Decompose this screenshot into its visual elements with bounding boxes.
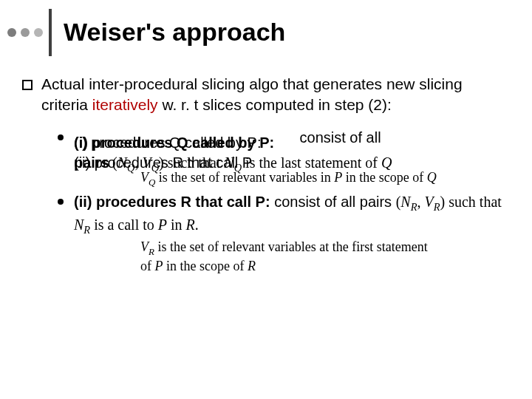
text-fragment: , [417, 194, 425, 210]
decorative-dots [7, 28, 43, 37]
sub-list: (i) procedures Q called by P: (i) proced… [58, 128, 510, 275]
math-var: R [186, 216, 195, 233]
math-var: V [140, 239, 149, 254]
text-fragment: is the set of relevant variables at the … [154, 239, 428, 254]
text-fragment: consist of all [296, 129, 381, 146]
text-fragment: of [140, 259, 155, 273]
math-sub: R [149, 246, 154, 257]
text-fragment: . [195, 216, 199, 233]
square-bullet-icon [22, 80, 33, 90]
top-bullet: Actual inter-procedural slicing algo tha… [22, 74, 510, 116]
math-sub: Q [151, 162, 159, 174]
math-var: V [142, 154, 151, 171]
sub1-line1: (i) procedures Q called by P: (i) proced… [74, 128, 510, 148]
math-var: N [400, 194, 410, 210]
text-fragment: in the scope of [163, 259, 248, 273]
text-fragment: ) such that [440, 194, 502, 210]
page-title: Weiser's approach [64, 18, 285, 46]
text-fragment: in [167, 216, 186, 233]
text-fragment: ( [112, 154, 117, 171]
sub2-line1: (ii) procedures R that call P: consist o… [74, 192, 510, 237]
sub2-description: VR is the set of relevant variables at t… [140, 239, 510, 274]
math-sub: Q [127, 162, 134, 174]
text-fragment: is the last statement of [242, 154, 381, 171]
math-var: P [158, 216, 167, 233]
text-fragment: w. r. t slices computed in step (2): [158, 96, 392, 113]
math-sub: Q [234, 162, 242, 174]
dot-icon [21, 28, 30, 37]
math-sub: Q [149, 176, 155, 187]
math-sub: R [411, 201, 417, 213]
top-bullet-text: Actual inter-procedural slicing algo tha… [41, 74, 510, 116]
overlapping-text: (i) procedures Q called by P: (i) proced… [74, 133, 296, 148]
text-fragment: is a call to [90, 216, 158, 233]
math-var: Q [427, 170, 437, 185]
text-fragment: consist of all pairs [270, 194, 396, 210]
sub1-line2: (ii) procedures R that call P pairs (NQ,… [74, 148, 510, 168]
text-fragment-highlight: iteratively [92, 96, 158, 113]
text-fragment: pairs [74, 153, 109, 173]
math-var: P [155, 259, 163, 273]
math-var: Q [381, 154, 392, 171]
math-var: V [425, 194, 434, 210]
math-var: N [224, 154, 233, 171]
overlapping-text: (ii) procedures R that call P pairs (NQ,… [74, 153, 288, 168]
math-sub: R [83, 224, 90, 236]
slide-header: Weiser's approach [7, 16, 517, 49]
math-fragment: (NQ, VQ) such that NQ is the last statem… [112, 153, 392, 175]
sub-bullet-1: (i) procedures Q called by P: (i) proced… [58, 128, 510, 188]
text-fragment: ) such that [159, 154, 224, 171]
vertical-divider [49, 9, 52, 56]
math-var: N [74, 216, 83, 233]
text-fragment-bold: (ii) procedures R that call P: [74, 194, 270, 210]
math-var: N [117, 154, 127, 171]
dot-icon [34, 28, 43, 37]
dot-icon [7, 28, 16, 37]
slide-body: Actual inter-procedural slicing algo tha… [22, 74, 510, 304]
sub-bullet-2: (ii) procedures R that call P: consist o… [58, 192, 510, 274]
math-var: R [248, 259, 256, 273]
text-fragment: , [134, 154, 142, 171]
slide: Weiser's approach Actual inter-procedura… [0, 0, 532, 399]
math-sub: R [434, 201, 440, 213]
